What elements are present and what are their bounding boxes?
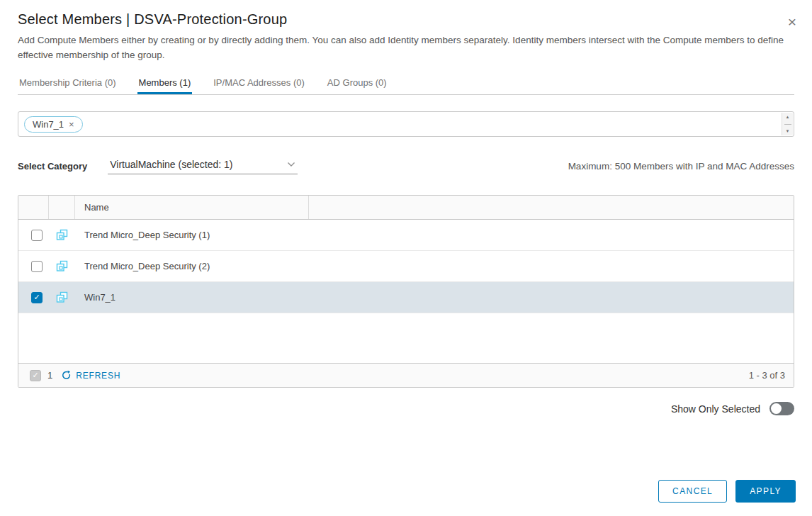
tab-members[interactable]: Members (1): [137, 73, 193, 94]
tab-ip-mac-addresses[interactable]: IP/MAC Addresses (0): [212, 73, 306, 94]
cell-name: Trend Micro_Deep Security (2): [75, 261, 309, 271]
header-checkbox-cell: [18, 196, 49, 219]
scroll-up-icon[interactable]: ▲: [786, 115, 790, 119]
row-checkbox[interactable]: [31, 230, 43, 241]
apply-button[interactable]: APPLY: [735, 480, 796, 503]
table-row[interactable]: ✓ Win7_1: [18, 282, 794, 313]
dialog-description: Add Compute Members either by creating o…: [18, 33, 791, 62]
chip-box-scrollbar[interactable]: ▲ ▼: [782, 113, 793, 135]
checkmark-icon: ✓: [32, 371, 38, 379]
checkmark-icon: ✓: [33, 293, 40, 301]
cell-name: Win7_1: [75, 292, 309, 303]
members-table: Name Trend Micro_Deep Security (1): [18, 195, 794, 388]
show-only-selected-label: Show Only Selected: [671, 403, 760, 415]
cancel-button[interactable]: CANCEL: [658, 480, 727, 503]
show-only-selected-row: Show Only Selected: [18, 402, 794, 415]
row-checkbox[interactable]: ✓: [31, 292, 43, 303]
table-row[interactable]: Trend Micro_Deep Security (1): [18, 220, 794, 251]
category-dropdown[interactable]: VirtualMachine (selected: 1): [108, 157, 298, 174]
page-title: Select Members | DSVA-Protection-Group: [18, 11, 794, 28]
row-checkbox[interactable]: [31, 261, 43, 272]
chevron-down-icon: [287, 162, 295, 167]
page-number: 1: [47, 370, 52, 381]
select-category-label: Select Category: [18, 161, 87, 172]
table-header-row: Name: [18, 196, 794, 220]
select-page-checkbox[interactable]: ✓: [30, 370, 41, 381]
chip-remove-icon[interactable]: ×: [69, 120, 74, 129]
table-empty-area: [18, 313, 794, 363]
category-dropdown-value: VirtualMachine (selected: 1): [110, 159, 232, 170]
vm-icon: [55, 291, 69, 303]
tab-membership-criteria[interactable]: Membership Criteria (0): [18, 73, 118, 94]
cell-name: Trend Micro_Deep Security (1): [75, 230, 309, 240]
vm-icon: [55, 260, 69, 272]
header-filler-cell: [309, 196, 794, 219]
selected-members-input[interactable]: Win7_1 × ▲ ▼: [18, 111, 794, 137]
max-members-note: Maximum: 500 Members with IP and MAC Add…: [568, 161, 794, 172]
column-header-name: Name: [75, 196, 309, 219]
toggle-knob: [771, 403, 782, 414]
refresh-label: REFRESH: [76, 371, 120, 381]
table-footer: ✓ 1 REFRESH 1 - 3 of 3: [18, 363, 794, 387]
refresh-icon: [61, 370, 72, 381]
close-icon: ×: [788, 13, 796, 30]
refresh-button[interactable]: REFRESH: [61, 370, 120, 381]
close-button[interactable]: ×: [786, 13, 798, 30]
category-row: Select Category VirtualMachine (selected…: [18, 157, 794, 174]
member-chip[interactable]: Win7_1 ×: [24, 116, 83, 133]
tab-bar: Membership Criteria (0) Members (1) IP/M…: [18, 73, 794, 95]
dialog-actions: CANCEL APPLY: [658, 480, 796, 503]
header-icon-cell: [49, 196, 75, 219]
vm-icon: [55, 229, 69, 241]
table-row[interactable]: Trend Micro_Deep Security (2): [18, 251, 794, 282]
show-only-selected-toggle[interactable]: [769, 402, 794, 415]
chip-label: Win7_1: [33, 119, 64, 130]
pagination-range: 1 - 3 of 3: [749, 370, 785, 381]
tab-ad-groups[interactable]: AD Groups (0): [326, 73, 388, 94]
scrollbar-divider: [784, 124, 791, 125]
select-members-dialog: Select Members | DSVA-Protection-Group ×…: [0, 0, 812, 516]
scroll-down-icon[interactable]: ▼: [786, 129, 790, 133]
